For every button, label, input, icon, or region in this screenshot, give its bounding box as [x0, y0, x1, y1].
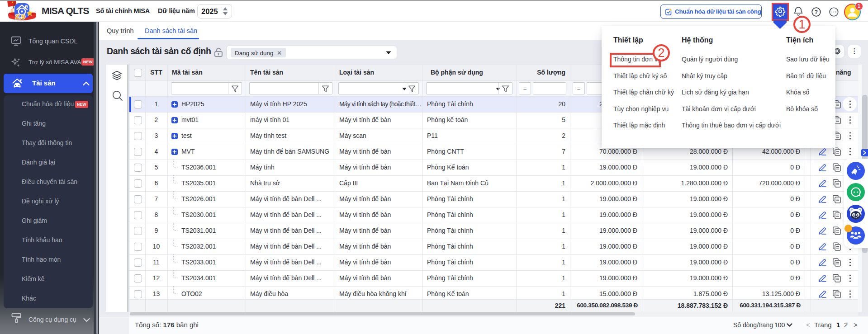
- svg-text:?: ?: [815, 9, 818, 15]
- svg-text:2.9: 2.9: [15, 13, 25, 20]
